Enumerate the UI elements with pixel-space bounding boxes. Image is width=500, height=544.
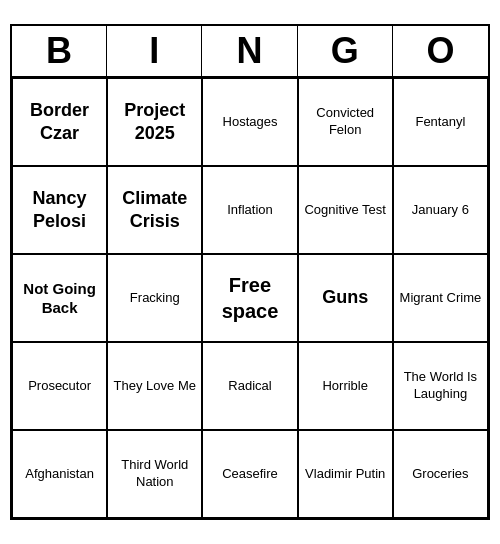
bingo-cell-4: Fentanyl [393, 78, 488, 166]
bingo-cell-10: Not Going Back [12, 254, 107, 342]
bingo-cell-24: Groceries [393, 430, 488, 518]
bingo-cell-8: Cognitive Test [298, 166, 393, 254]
bingo-grid: Border CzarProject 2025HostagesConvicted… [12, 78, 488, 518]
bingo-cell-18: Horrible [298, 342, 393, 430]
bingo-cell-0: Border Czar [12, 78, 107, 166]
bingo-cell-12: Free space [202, 254, 297, 342]
bingo-cell-5: Nancy Pelosi [12, 166, 107, 254]
bingo-cell-3: Convicted Felon [298, 78, 393, 166]
bingo-letter-G: G [298, 26, 393, 76]
bingo-letter-I: I [107, 26, 202, 76]
bingo-cell-2: Hostages [202, 78, 297, 166]
bingo-cell-16: They Love Me [107, 342, 202, 430]
bingo-header: BINGO [12, 26, 488, 78]
bingo-letter-B: B [12, 26, 107, 76]
bingo-letter-O: O [393, 26, 488, 76]
bingo-card: BINGO Border CzarProject 2025HostagesCon… [10, 24, 490, 520]
bingo-cell-6: Climate Crisis [107, 166, 202, 254]
bingo-cell-11: Fracking [107, 254, 202, 342]
bingo-letter-N: N [202, 26, 297, 76]
bingo-cell-23: Vladimir Putin [298, 430, 393, 518]
bingo-cell-20: Afghanistan [12, 430, 107, 518]
bingo-cell-13: Guns [298, 254, 393, 342]
bingo-cell-7: Inflation [202, 166, 297, 254]
bingo-cell-22: Ceasefire [202, 430, 297, 518]
bingo-cell-17: Radical [202, 342, 297, 430]
bingo-cell-21: Third World Nation [107, 430, 202, 518]
bingo-cell-14: Migrant Crime [393, 254, 488, 342]
bingo-cell-19: The World Is Laughing [393, 342, 488, 430]
bingo-cell-1: Project 2025 [107, 78, 202, 166]
bingo-cell-15: Prosecutor [12, 342, 107, 430]
bingo-cell-9: January 6 [393, 166, 488, 254]
